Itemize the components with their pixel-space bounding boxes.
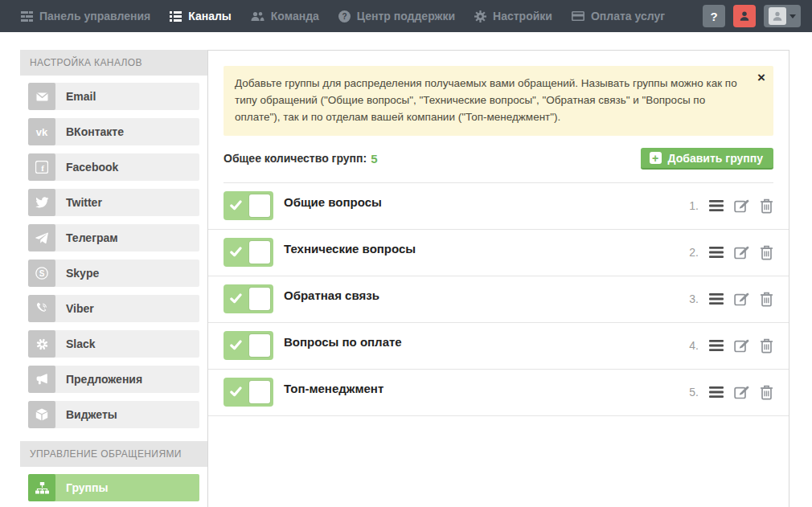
delete-icon[interactable]: [760, 338, 773, 354]
vk-icon: vk: [28, 118, 55, 145]
sidebar-item-label: ВКонтакте: [55, 125, 124, 138]
nav-item-billing[interactable]: Оплата услуг: [572, 10, 665, 22]
facebook-icon: f: [28, 153, 55, 181]
twitter-icon: [28, 189, 55, 216]
nav-item-label: Настройки: [493, 10, 552, 22]
drag-handle-icon[interactable]: [709, 293, 724, 305]
group-enabled-toggle[interactable]: [224, 378, 273, 407]
sidebar-item-skype[interactable]: S Skype: [28, 260, 199, 287]
add-group-button-label: Добавить группу: [668, 152, 763, 165]
groups-count-value: 5: [371, 152, 377, 166]
edit-icon[interactable]: [734, 198, 749, 213]
nav-item-channels[interactable]: Каналы: [170, 10, 232, 22]
sidebar-item-slack[interactable]: Slack: [28, 330, 199, 358]
row-tools: 1.: [689, 198, 773, 214]
edit-icon[interactable]: [734, 292, 749, 306]
account-menu-button[interactable]: [764, 5, 801, 27]
sidebar-item-viber[interactable]: Viber: [28, 295, 199, 322]
group-name: Обратная связь: [284, 288, 379, 302]
group-name: Вопросы по оплате: [284, 335, 402, 349]
info-banner-text: Добавьте группы для распределения получа…: [235, 77, 737, 123]
group-order-number: 1.: [689, 199, 699, 212]
nav-item-help-center[interactable]: ? Центр поддержки: [338, 10, 455, 22]
edit-icon[interactable]: [734, 338, 749, 353]
svg-text:?: ?: [342, 12, 347, 21]
drag-handle-icon[interactable]: [709, 247, 724, 258]
row-tools: 5.: [689, 385, 773, 400]
check-icon: [230, 293, 242, 304]
svg-text:S: S: [39, 269, 45, 278]
sidebar-item-label: Группы: [55, 481, 108, 494]
telegram-icon: [28, 224, 55, 251]
add-group-button[interactable]: + Добавить группу: [641, 148, 773, 170]
check-icon: [230, 247, 242, 257]
delete-icon[interactable]: [760, 292, 773, 307]
nav-item-settings[interactable]: Настройки: [474, 10, 552, 22]
group-order-number: 5.: [689, 386, 699, 399]
plus-icon: +: [650, 152, 662, 164]
sidebar-section-title-channels: НАСТРОЙКА КАНАЛОВ: [20, 50, 207, 76]
channels-icon: [170, 11, 182, 22]
row-tools: 3.: [689, 292, 773, 307]
check-icon: [230, 200, 242, 211]
delete-icon[interactable]: [760, 198, 773, 214]
group-row: Обратная связь 3.: [208, 276, 789, 323]
sidebar-item-label: Email: [55, 90, 96, 103]
edit-icon[interactable]: [734, 385, 749, 399]
toggle-knob: [249, 194, 270, 217]
group-enabled-toggle[interactable]: [224, 331, 273, 360]
sidebar-item-groups[interactable]: Группы: [28, 474, 199, 501]
sidebar-item-facebook[interactable]: f Facebook: [28, 153, 199, 181]
edit-icon[interactable]: [734, 245, 749, 260]
help-center-icon: ?: [338, 10, 351, 22]
group-enabled-toggle[interactable]: [224, 191, 273, 220]
sidebar-item-widgets[interactable]: Виджеты: [28, 401, 199, 428]
nav-item-label: Центр поддержки: [357, 10, 455, 22]
sidebar-item-telegram[interactable]: Телеграм: [28, 224, 199, 251]
drag-handle-icon[interactable]: [709, 386, 724, 398]
row-tools: 4.: [689, 338, 773, 354]
toggle-knob: [249, 381, 270, 403]
sidebar-item-label: Viber: [55, 302, 94, 315]
sidebar-item-vkontakte[interactable]: vk ВКонтакте: [28, 118, 199, 145]
avatar-person-icon: [772, 10, 783, 22]
nav-item-dashboard[interactable]: Панель управления: [21, 10, 150, 22]
sidebar-item-label: Телеграм: [55, 231, 118, 244]
question-icon: ?: [710, 10, 717, 23]
sidebar-item-label: Slack: [55, 337, 96, 350]
sidebar: НАСТРОЙКА КАНАЛОВ Email vk ВКонтакте f F…: [20, 50, 207, 507]
nav-item-label: Панель управления: [39, 10, 150, 22]
group-order-number: 3.: [689, 292, 699, 305]
alert-profile-button[interactable]: [733, 5, 756, 27]
megaphone-icon: [28, 366, 55, 393]
sidebar-item-twitter[interactable]: Twitter: [28, 189, 199, 216]
group-row: Общие вопросы 1.: [208, 183, 789, 230]
sidebar-item-email[interactable]: Email: [28, 83, 199, 110]
toggle-knob: [249, 334, 270, 357]
nav-item-team[interactable]: Команда: [251, 10, 319, 22]
sidebar-item-suggestions[interactable]: Предложения: [28, 366, 199, 393]
skype-icon: S: [28, 260, 55, 287]
settings-icon: [474, 10, 486, 22]
group-enabled-toggle[interactable]: [224, 238, 273, 267]
group-enabled-toggle[interactable]: [224, 284, 273, 313]
delete-icon[interactable]: [760, 245, 773, 260]
widget-cube-icon: [28, 401, 55, 428]
drag-handle-icon[interactable]: [709, 340, 724, 351]
close-icon[interactable]: ×: [757, 71, 765, 84]
group-list: Общие вопросы 1. Технические вопросы: [224, 182, 773, 416]
page-layout: НАСТРОЙКА КАНАЛОВ Email vk ВКонтакте f F…: [0, 32, 812, 507]
delete-icon[interactable]: [760, 385, 773, 400]
top-navigation-bar: Панель управления Каналы Команда ? Центр…: [0, 0, 812, 32]
sidebar-item-label: Skype: [55, 267, 99, 280]
sidebar-item-label: Facebook: [55, 161, 118, 174]
group-row: Технические вопросы 2.: [208, 230, 789, 276]
sidebar-item-label: Виджеты: [55, 408, 117, 421]
svg-text:f: f: [41, 163, 44, 173]
dashboard-icon: [21, 11, 33, 22]
nav-item-label: Оплата услуг: [591, 10, 665, 22]
toggle-knob: [249, 288, 270, 310]
drag-handle-icon[interactable]: [709, 200, 724, 211]
group-row: Вопросы по оплате 4.: [208, 323, 789, 370]
help-button[interactable]: ?: [703, 5, 725, 27]
